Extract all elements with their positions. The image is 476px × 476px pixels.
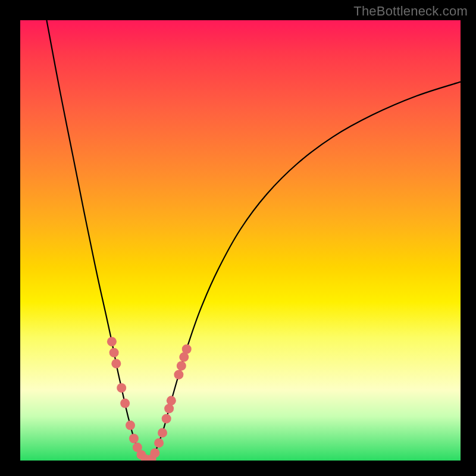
- marker-dot: [174, 370, 183, 380]
- marker-dot: [158, 428, 167, 437]
- marker-dot: [177, 361, 186, 371]
- watermark-text: TheBottleneck.com: [353, 4, 468, 19]
- marker-dot: [109, 348, 119, 358]
- marker-dot: [120, 399, 130, 408]
- curve-left-branch: [46, 20, 148, 461]
- marker-dot: [111, 359, 121, 368]
- marker-dot: [182, 345, 192, 354]
- curve-right-branch: [148, 82, 461, 461]
- marker-dot: [126, 421, 135, 430]
- marker-dot: [150, 448, 159, 458]
- marker-dot: [129, 434, 139, 443]
- marker-dot: [107, 337, 117, 346]
- marker-dot: [154, 438, 164, 447]
- plot-svg: [20, 20, 461, 461]
- marker-dot: [117, 383, 126, 393]
- marker-dot: [167, 396, 176, 405]
- plot-area: [20, 20, 461, 461]
- marker-dot: [162, 414, 171, 424]
- chart-stage: TheBottleneck.com: [0, 0, 476, 476]
- curve-markers: [107, 337, 192, 461]
